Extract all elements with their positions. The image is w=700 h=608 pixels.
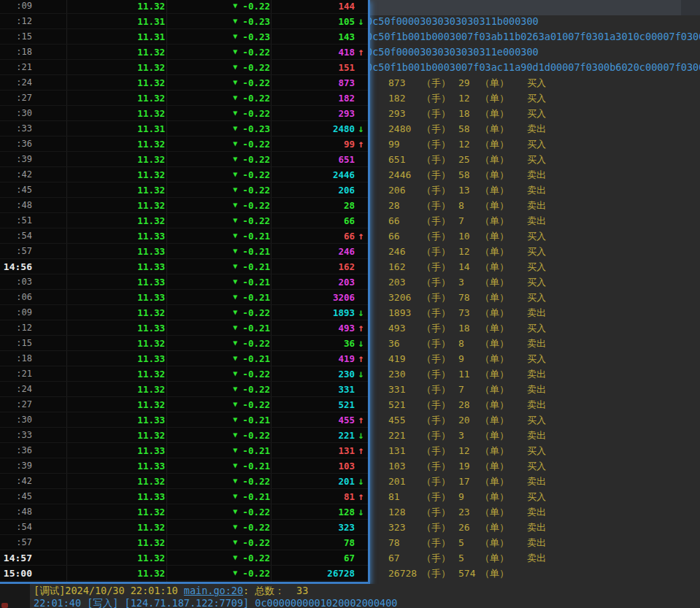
tick-row[interactable]: 15:0011.32▼-0.2226728: [0, 566, 368, 581]
tick-row[interactable]: :0911.32▼-0.22144: [0, 0, 368, 14]
down-triangle-icon: ▼: [233, 508, 237, 515]
change-value: -0.22: [242, 369, 270, 380]
volume-cell: 1893: [271, 307, 355, 318]
time-cell: :39: [0, 461, 66, 471]
change-value: -0.22: [242, 476, 270, 487]
tick-row[interactable]: :1511.31▼-0.23143: [0, 29, 368, 45]
change-value: -0.22: [242, 537, 270, 548]
tick-row[interactable]: :5711.33▼-0.21246: [0, 244, 368, 259]
price-cell: 11.33: [66, 261, 166, 272]
tick-row[interactable]: :1811.33▼-0.21419↑: [0, 351, 368, 366]
trade-orders: 73: [458, 305, 480, 320]
tick-row[interactable]: :1511.32▼-0.2236↓: [0, 336, 368, 351]
unit-order: （单）: [480, 458, 527, 474]
console-trade-line: 67（手）5（单）卖出: [370, 550, 700, 566]
tick-row[interactable]: :3911.32▼-0.22651: [0, 152, 368, 167]
tick-row[interactable]: :4811.32▼-0.22128↓: [0, 504, 368, 520]
tick-row[interactable]: :1811.32▼-0.22418↑: [0, 45, 368, 60]
trade-volume: 2480: [388, 121, 422, 136]
tick-row[interactable]: :3011.32▼-0.22293: [0, 106, 368, 121]
tick-row[interactable]: :2411.32▼-0.22873: [0, 75, 368, 91]
change-cell: ▼-0.22: [166, 108, 271, 119]
tick-row[interactable]: :2411.32▼-0.22331: [0, 382, 368, 397]
tick-row[interactable]: :4211.32▼-0.22201↓: [0, 474, 368, 489]
tick-row[interactable]: :3311.31▼-0.232480↓: [0, 121, 368, 136]
source-link[interactable]: main.go:20: [184, 585, 243, 596]
volume-cell: 128: [271, 507, 355, 517]
trade-direction: 买入: [527, 351, 546, 366]
tick-row[interactable]: :5711.32▼-0.2278: [0, 535, 368, 550]
tick-row[interactable]: :3011.33▼-0.21455↑: [0, 412, 368, 428]
down-triangle-icon: ▼: [233, 447, 237, 454]
change-cell: ▼-0.22: [166, 139, 271, 150]
trade-volume: 66: [388, 228, 422, 244]
tick-row[interactable]: :5111.32▼-0.2266: [0, 213, 368, 228]
time-cell: :36: [0, 445, 66, 455]
trade-direction: 卖出: [527, 121, 546, 136]
trade-orders: 3: [458, 428, 480, 443]
volume-cell: 521: [271, 399, 355, 410]
trend-arrow-down-icon: ↓: [355, 307, 367, 318]
debug-log-suffix: : 总数： 33: [243, 585, 308, 596]
console-trade-line: 81（手）9（单）买入: [370, 489, 700, 504]
tick-row[interactable]: :1211.31▼-0.23105↓: [0, 14, 368, 29]
tick-row[interactable]: :3311.32▼-0.22221↓: [0, 428, 368, 443]
volume-cell: 103: [271, 461, 355, 472]
down-triangle-icon: ▼: [233, 201, 237, 209]
time-cell: :48: [0, 507, 66, 517]
tick-row[interactable]: 14:5611.33▼-0.21162: [0, 259, 368, 274]
console-output: 0c50f00003030303030311b0003000c50f1b001b…: [370, 0, 700, 584]
tick-row[interactable]: :3611.33▼-0.21131↑: [0, 443, 368, 458]
down-triangle-icon: ▼: [233, 278, 237, 285]
trade-volume: 455: [388, 412, 422, 428]
time-cell: :09: [0, 1, 66, 11]
trade-orders: 3: [458, 274, 480, 290]
console-trade-line: 246（手）12（单）买入: [370, 244, 700, 259]
down-triangle-icon: ▼: [233, 569, 237, 577]
tick-row[interactable]: :4511.32▼-0.22206: [0, 182, 368, 198]
price-cell: 11.33: [66, 277, 166, 288]
time-cell: :33: [0, 430, 66, 440]
tick-row[interactable]: :0311.33▼-0.21203: [0, 274, 368, 290]
console-trade-line: 230（手）11（单）卖出: [370, 366, 700, 382]
price-cell: 11.33: [66, 445, 166, 456]
tick-row[interactable]: :5411.32▼-0.22323: [0, 520, 368, 535]
tick-row[interactable]: :5411.33▼-0.2166↑: [0, 228, 368, 244]
tick-row[interactable]: :2711.32▼-0.22182: [0, 91, 368, 106]
trade-direction: 买入: [527, 290, 546, 305]
unit-hand: （手）: [422, 259, 458, 274]
tick-row[interactable]: 14:5711.32▼-0.2267: [0, 550, 368, 566]
change-cell: ▼-0.22: [166, 307, 271, 318]
change-value: -0.22: [242, 568, 270, 579]
trade-volume: 78: [388, 535, 422, 550]
trend-arrow-down-icon: ↓: [355, 338, 367, 348]
tick-row[interactable]: :3611.32▼-0.2299↑: [0, 136, 368, 152]
price-cell: 11.32: [66, 215, 166, 226]
tick-row[interactable]: :2111.32▼-0.22151: [0, 60, 368, 75]
tick-row[interactable]: :2111.32▼-0.22230↓: [0, 366, 368, 382]
tick-row[interactable]: :4211.32▼-0.222446: [0, 167, 368, 182]
trend-arrow-up-icon: ↑: [355, 491, 367, 501]
change-cell: ▼-0.21: [166, 246, 271, 257]
tick-row[interactable]: :4511.33▼-0.2181↑: [0, 489, 368, 504]
tick-row[interactable]: :4811.32▼-0.2228: [0, 198, 368, 213]
change-cell: ▼-0.21: [166, 445, 271, 456]
price-cell: 11.33: [66, 292, 166, 303]
change-value: -0.22: [242, 399, 270, 410]
tick-row[interactable]: :3911.33▼-0.21103: [0, 458, 368, 474]
time-cell: :27: [0, 93, 66, 103]
tick-row[interactable]: :1211.33▼-0.21493↑: [0, 320, 368, 336]
unit-order: （单）: [480, 366, 527, 382]
change-cell: ▼-0.22: [166, 399, 271, 410]
console-trade-line: 873（手）29（单）买入: [370, 75, 700, 91]
tick-row[interactable]: :0611.33▼-0.213206: [0, 290, 368, 305]
down-triangle-icon: ▼: [233, 539, 237, 546]
tick-row[interactable]: :0911.32▼-0.221893↓: [0, 305, 368, 320]
tick-row[interactable]: :2711.32▼-0.22521: [0, 397, 368, 412]
time-cell: :57: [0, 537, 66, 547]
down-triangle-icon: ▼: [233, 431, 237, 439]
change-value: -0.22: [242, 384, 270, 395]
trade-volume: 1893: [388, 305, 422, 320]
unit-order: （单）: [480, 167, 527, 182]
trade-orders: 58: [458, 121, 480, 136]
